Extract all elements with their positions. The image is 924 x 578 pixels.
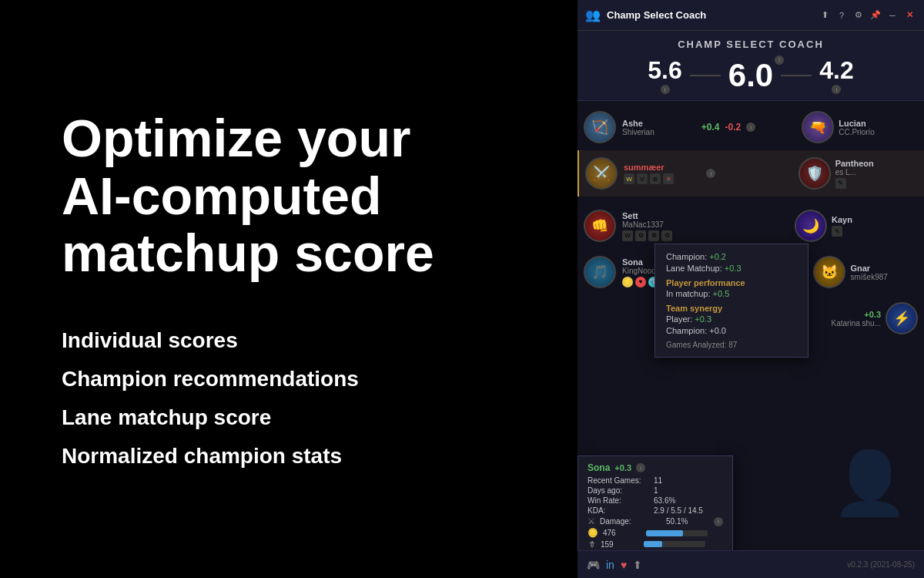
- icon-b: B: [650, 173, 661, 184]
- stats-tooltip: Sona +0.3 i Recent Games: 11 Days ago: 1…: [578, 455, 733, 550]
- ashe-score1: +0.4: [701, 122, 720, 133]
- damage-icon: ⚔: [588, 516, 595, 526]
- version-text: v0.2.3 (2021-08-25): [847, 560, 915, 569]
- tooltip-perf: In matchup: +0.5: [666, 289, 797, 298]
- help-btn[interactable]: ?: [835, 8, 849, 22]
- stats-gold: 🪙 476: [588, 528, 723, 538]
- close-btn[interactable]: ✕: [902, 8, 916, 22]
- kda-label: KDA:: [588, 506, 649, 515]
- score-main-info[interactable]: i: [775, 55, 784, 65]
- feature-champion: Champion recommendations: [62, 367, 359, 391]
- score-left: 5.6 i: [648, 56, 681, 94]
- upload-btn[interactable]: ⬆: [818, 8, 832, 22]
- cs-value: 159: [601, 540, 639, 549]
- score-left-value: 5.6: [648, 56, 681, 85]
- linkedin-icon[interactable]: in: [606, 559, 614, 571]
- pin-btn[interactable]: 📌: [869, 8, 882, 22]
- icon-sett-3: ⚙: [661, 230, 672, 241]
- gold-bar: [646, 530, 708, 536]
- score-right-value: 4.2: [819, 56, 853, 85]
- avatar-summær: ⚔️: [585, 157, 618, 190]
- avatar-lucian-inner: 🔫: [803, 113, 832, 142]
- player-name-ashe: Shiverian: [622, 128, 701, 136]
- player-name-pantheon: es L...: [835, 168, 918, 176]
- score-right-info[interactable]: i: [832, 85, 841, 94]
- teams-area: 🏹 Ashe Shiverian +0.4 -0.2 i 🔫 Lucian: [578, 101, 924, 550]
- minimize-btn[interactable]: ─: [886, 8, 899, 22]
- icon-sett-1: ⚙: [635, 230, 646, 241]
- days-label: Days ago:: [588, 486, 649, 495]
- score-main-value: 6.0: [728, 57, 773, 94]
- katarina-name: Katarina shu...: [832, 319, 881, 328]
- tooltip-lane: Lane Matchup: +0.3: [666, 264, 797, 273]
- team-row-1: 🏹 Ashe Shiverian +0.4 -0.2 i 🔫 Lucian: [578, 104, 924, 150]
- player-name-gnar: smíšek987: [850, 273, 918, 281]
- xerath-score: +0.3: [864, 310, 881, 319]
- stats-kda: KDA: 2.9 / 5.5 / 14.5: [588, 506, 723, 515]
- app-title: Champ Select Coach: [607, 9, 818, 21]
- matchup-tooltip: Champion: +0.2 Lane Matchup: +0.3 Player…: [654, 244, 808, 358]
- feature-individual: Individual scores: [62, 328, 359, 353]
- icon-sett-2: ⚙: [648, 230, 659, 241]
- app-window: 👥 Champ Select Coach ⬆ ? ⚙ 📌 ─ ✕ CHAMP S…: [578, 0, 924, 578]
- stats-info[interactable]: i: [636, 463, 645, 472]
- score-main: 6.0 i: [728, 57, 773, 94]
- avatar-xerath-inner: ⚡: [887, 304, 916, 333]
- player-info-lucian: Lucian CC.Priorío: [834, 119, 918, 136]
- score-divider-right: [781, 75, 812, 76]
- team-row-3: 👊 Sett MaNac1337 W ⚙ ⚙ ⚙ 🌙: [578, 203, 924, 249]
- days-value: 1: [654, 486, 692, 495]
- icon-v: V: [637, 173, 648, 184]
- kda-value: 2.9 / 5.5 / 14.5: [654, 506, 703, 515]
- stats-cs: 🗡 159: [588, 539, 723, 549]
- left-panel: Optimize your AI-computed matchup score …: [0, 0, 578, 578]
- title-bar: 👥 Champ Select Coach ⬆ ? ⚙ 📌 ─ ✕: [578, 0, 924, 31]
- icon-close[interactable]: ✕: [663, 173, 674, 184]
- score-left-info[interactable]: i: [661, 85, 670, 94]
- player-icons-summær: W V B ✕: [624, 173, 706, 184]
- heart-icon[interactable]: ♥: [621, 559, 627, 571]
- bottom-icons: 🎮 in ♥ ⬆: [587, 559, 642, 571]
- icon-sona-1: ⭐: [622, 277, 633, 287]
- gold-bar-fill: [646, 530, 683, 536]
- score-right: 4.2 i: [819, 56, 853, 94]
- wr-label: Win Rate:: [588, 496, 649, 505]
- gold-icon: 🪙: [588, 528, 598, 538]
- damage-info[interactable]: i: [714, 517, 723, 526]
- cs-bar: [644, 541, 705, 547]
- main-title: Optimize your AI-computed matchup score: [62, 109, 434, 282]
- feature-lane: Lane matchup score: [62, 405, 359, 430]
- player-name-lucian: CC.Priorío: [839, 128, 918, 136]
- avatar-pantheon: 🛡️: [798, 157, 831, 190]
- bg-icon: 👤: [832, 447, 909, 519]
- ashe-score2: -0.2: [725, 122, 742, 133]
- stats-win-rate: Win Rate: 63.6%: [588, 496, 723, 505]
- avatar-sona-inner: 🎵: [585, 257, 614, 287]
- scores-row: 5.6 i 6.0 i 4.2 i: [593, 56, 909, 94]
- tooltip-synergy-champ: Champion: +0.0: [666, 326, 797, 335]
- champion-name-gnar: Gnar: [850, 264, 918, 273]
- wr-value: 63.6%: [654, 496, 692, 505]
- champion-name-sett: Sett: [622, 211, 708, 220]
- stats-champion: Sona: [588, 462, 610, 473]
- settings-btn[interactable]: ⚙: [852, 8, 865, 22]
- coach-title: CHAMP SELECT COACH: [593, 39, 909, 50]
- tooltip-champion: Champion: +0.2: [666, 252, 797, 261]
- icon-pant-edit: ✎: [835, 178, 846, 189]
- player-info-ashe: Ashe Shiverian: [616, 119, 701, 136]
- avatar-sett-inner: 👊: [585, 211, 614, 240]
- avatar-xerath: ⚡: [886, 302, 918, 334]
- summær-info[interactable]: i: [706, 169, 715, 178]
- ashe-info[interactable]: i: [746, 123, 755, 132]
- discord-icon[interactable]: 🎮: [587, 559, 600, 571]
- stats-score: +0.3: [614, 463, 631, 472]
- champion-name-pantheon: Pantheon: [835, 159, 918, 168]
- share-icon[interactable]: ⬆: [633, 559, 642, 571]
- player-info-sett: Sett MaNac1337 W ⚙ ⚙ ⚙: [616, 211, 708, 241]
- title-line2: AI-computed: [62, 166, 382, 225]
- damage-pct: 50.1%: [666, 517, 705, 526]
- tooltip-synergy-player: Player: +0.3: [666, 314, 797, 324]
- title-line1: Optimize your: [62, 109, 410, 167]
- player-icons-kayn: ✎: [832, 226, 918, 237]
- score-divider-left: [690, 75, 721, 76]
